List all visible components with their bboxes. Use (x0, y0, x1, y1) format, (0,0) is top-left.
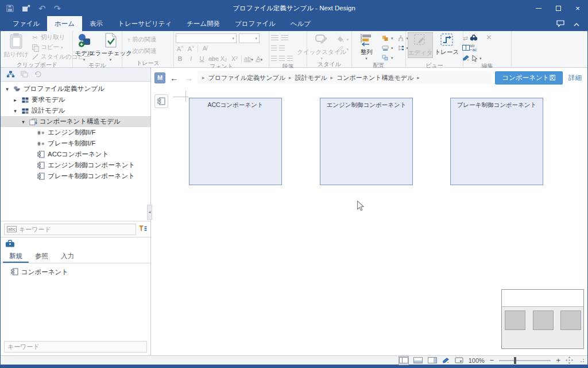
font-size-select[interactable]: ▾ (239, 33, 260, 43)
pan-icon[interactable] (566, 356, 573, 365)
tree-item[interactable]: ▾設計モデル (1, 105, 150, 116)
tree-item[interactable]: ACCコンポーネント (1, 149, 150, 160)
font-color-button[interactable]: A▾ (255, 55, 264, 62)
align-right-icon[interactable] (287, 56, 293, 62)
keyword-search-box[interactable]: abc (4, 224, 136, 235)
component-box[interactable]: エンジン制御コンポーネント (320, 98, 413, 185)
canvas-component-tool-button[interactable] (154, 94, 168, 108)
align-button[interactable]: 整列 ▾ (354, 32, 379, 61)
toolbox-item[interactable]: コンポーネント (11, 267, 150, 278)
tree-expander-icon[interactable]: ▾ (4, 86, 10, 92)
indent-icon[interactable] (279, 45, 285, 51)
prev-relation-button[interactable]: ↑前の関連 (126, 35, 158, 44)
collapse-ribbon-icon[interactable] (574, 21, 579, 28)
clear-format-icon[interactable]: A̸ (200, 45, 209, 52)
tree-item[interactable]: ブレーキ制御I/F (1, 138, 150, 149)
underline-button[interactable]: U (198, 55, 206, 62)
fill-color-button[interactable]: ▾ (335, 34, 350, 44)
outdent-icon[interactable] (271, 45, 277, 51)
font-family-select[interactable]: ▾ (176, 33, 237, 43)
minimap-viewport[interactable] (502, 290, 583, 307)
minimize-button[interactable] (529, 0, 548, 16)
paste-button[interactable]: 貼り付け (3, 32, 29, 59)
undo-icon[interactable]: ↶ (38, 4, 46, 13)
component-box[interactable]: ACCコンポーネント (189, 98, 282, 185)
tree-item[interactable]: ▸要求モデル (1, 94, 150, 105)
error-check-button[interactable]: エラーチェック ▾ (98, 32, 123, 62)
close-button[interactable]: × (568, 0, 587, 16)
toggle-right-panel-button[interactable] (428, 356, 437, 365)
breadcrumb-item[interactable]: 設計モデル (295, 74, 327, 82)
model-nav-button[interactable]: M (154, 72, 165, 83)
select-button[interactable]: ▾ (469, 53, 483, 63)
superscript-button[interactable]: X² (230, 55, 239, 62)
delete-button[interactable]: ✕ (484, 33, 494, 42)
bullet-list-icon[interactable] (271, 35, 278, 41)
fit-screen-icon[interactable] (455, 356, 463, 365)
menu-tab-トレーサビリティ[interactable]: トレーサビリティ (110, 16, 179, 31)
trace-view-button[interactable]: トレース (434, 32, 459, 57)
tree-item[interactable]: エンジン制御I/F (1, 127, 150, 138)
refresh-relations-icon[interactable] (34, 71, 42, 79)
toggle-bottom-panel-button[interactable] (413, 356, 423, 365)
group-button[interactable]: ▾ (380, 53, 394, 62)
breadcrumb-item[interactable]: コンポーネント構造モデル (336, 74, 413, 82)
grow-font-button[interactable]: A˄ (176, 45, 184, 52)
detail-view-link[interactable]: 詳細 (568, 74, 582, 82)
italic-button[interactable]: I (187, 55, 195, 62)
toggle-left-panel-button[interactable] (399, 356, 408, 365)
menu-tab-チーム開発[interactable]: チーム開発 (179, 16, 227, 31)
component-diagram-view-button[interactable]: コンポーネント図 (495, 71, 563, 85)
resize-grip[interactable] (581, 359, 584, 362)
model-tree-icon[interactable] (6, 71, 15, 79)
tree-item[interactable]: ▾プロファイル定義サンプル (1, 83, 150, 94)
bold-button[interactable]: B (176, 55, 184, 62)
menu-tab-ヘルプ[interactable]: ヘルプ (283, 16, 318, 31)
component-box[interactable]: ブレーキ制御コンポーネント (450, 98, 543, 185)
menu-tab-表示[interactable]: 表示 (82, 16, 110, 31)
numbered-list-icon[interactable] (281, 35, 288, 41)
menu-tab-プロファイル[interactable]: プロファイル (227, 16, 283, 31)
order-button[interactable]: ▾ (380, 33, 394, 43)
shrink-font-button[interactable]: A˅ (187, 45, 195, 52)
breadcrumb-item[interactable]: プロファイル定義サンプル (208, 74, 286, 82)
highlight-button[interactable]: ab▾ (244, 55, 253, 62)
diagram-canvas[interactable]: ACCコンポーネントエンジン制御コンポーネントブレーキ制御コンポーネント (151, 87, 587, 355)
menu-tab-ファイル[interactable]: ファイル (5, 16, 47, 31)
tree-item[interactable]: エンジン制御コンポーネント (1, 160, 150, 171)
subscript-button[interactable]: X₂ (219, 55, 228, 62)
menu-tab-ホーム[interactable]: ホーム (47, 16, 82, 31)
quick-style-button[interactable]: クイックスタイル ▾ (309, 32, 334, 61)
maximize-button[interactable] (548, 0, 568, 16)
toolbox-tab-入力[interactable]: 入力 (55, 251, 80, 263)
tree-item[interactable]: ブレーキ制御コンポーネント (1, 171, 150, 182)
zoom-out-button[interactable]: − (490, 356, 494, 364)
tree-expander-icon[interactable]: ▾ (20, 119, 26, 125)
redo-icon[interactable]: ↷ (54, 4, 61, 13)
align-center-icon[interactable] (279, 56, 285, 62)
tree-expander-icon[interactable]: ▾ (12, 108, 18, 114)
tree-expander-icon[interactable]: ▸ (12, 97, 18, 103)
panel-collapse-handle[interactable]: ◂ (147, 205, 152, 220)
open-icon[interactable] (22, 5, 30, 12)
minimap[interactable] (501, 289, 584, 349)
line-style-button[interactable]: ▾ (335, 44, 350, 53)
next-relation-button[interactable]: ↓次の関連 (126, 47, 158, 56)
editor-view-button[interactable]: エディタ (408, 32, 433, 58)
save-icon[interactable] (6, 5, 14, 12)
keyword-search-input[interactable] (19, 226, 133, 233)
toolbox-tab-新規[interactable]: 新規 (3, 251, 29, 263)
toolbox-tab-参照[interactable]: 参照 (29, 251, 55, 263)
copy-model-icon[interactable] (21, 71, 29, 79)
breadcrumb[interactable]: ▸プロファイル定義サンプル▸設計モデル▸コンポーネント構造モデル▸ (198, 71, 492, 85)
statusbar-theme-icon[interactable] (442, 356, 450, 365)
zoom-slider[interactable] (499, 357, 551, 364)
back-icon[interactable]: ← (169, 74, 180, 82)
distribute-button[interactable]: ▾ (380, 43, 394, 52)
align-left-icon[interactable] (271, 56, 277, 62)
bottom-keyword-input[interactable] (4, 341, 147, 352)
filter-icon[interactable] (138, 225, 147, 233)
zoom-in-button[interactable]: + (556, 356, 560, 364)
find-button[interactable] (469, 33, 483, 42)
strikethrough-button[interactable]: abc (208, 55, 217, 62)
